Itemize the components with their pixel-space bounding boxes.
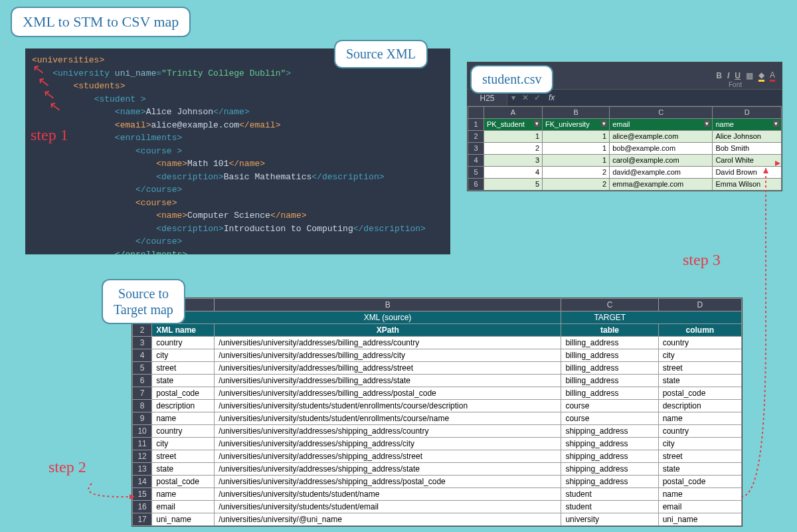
fx-label[interactable]: fx [543,93,560,102]
stm-cell[interactable]: /universities/university/addresses/billi… [215,387,561,400]
stm-rowhead[interactable]: 9 [133,412,152,425]
cell-ref-dropdown-icon[interactable]: ▾ [507,93,519,102]
stm-rowhead[interactable]: 14 [133,476,152,488]
csv-cell[interactable]: 2 [543,179,610,191]
csv-header[interactable]: name [713,119,782,131]
stm-rowhead[interactable]: 2 [133,324,152,337]
stm-cell[interactable]: billing_address [561,387,658,400]
stm-cell[interactable]: /universities/university/addresses/shipp… [215,438,561,450]
stm-rowhead[interactable]: 8 [133,400,152,412]
stm-cell[interactable]: shipping_address [561,463,658,476]
stm-cell[interactable]: billing_address [561,375,658,387]
stm-cell[interactable]: /universities/university/addresses/billi… [215,349,561,362]
stm-cell[interactable]: state [658,375,741,387]
stm-rowhead[interactable]: 10 [133,425,152,438]
stm-cell[interactable]: postal_code [658,476,741,488]
row-head[interactable]: 6 [468,179,484,191]
stm-cell[interactable]: /universities/university/addresses/shipp… [215,476,561,488]
csv-cell[interactable]: 5 [484,179,543,191]
row-head-1[interactable]: 1 [468,119,484,131]
formula-accept-icon[interactable]: ✓ [531,93,543,102]
stm-rowhead[interactable]: 4 [133,349,152,362]
stm-rowhead[interactable]: 3 [133,337,152,349]
stm-cell[interactable]: name [658,488,741,501]
stm-cell[interactable]: city [658,438,741,450]
stm-cell[interactable]: course [561,412,658,425]
stm-cell[interactable]: /universities/university/addresses/shipp… [215,463,561,476]
csv-cell[interactable]: 1 [543,155,610,167]
csv-cell[interactable]: David Brown [713,167,782,179]
stm-cell[interactable]: city [152,349,215,362]
stm-cell[interactable]: street [152,362,215,375]
stm-cell[interactable]: street [658,362,741,375]
csv-cell[interactable]: carol@example.com [610,155,713,167]
stm-cell[interactable]: postal_code [658,387,741,400]
stm-cell[interactable]: uni_name [152,513,215,526]
stm-rowhead[interactable]: 13 [133,463,152,476]
stm-cell[interactable]: city [658,349,741,362]
csv-cell[interactable]: Emma Wilson [713,179,782,191]
fill-color-icon[interactable]: ◆ [758,70,764,82]
csv-cell[interactable]: bob@example.com [610,143,713,155]
csv-cell[interactable]: 1 [484,131,543,143]
stm-cell[interactable]: uni_name [658,513,741,526]
italic-icon[interactable]: I [727,71,729,80]
csv-cell[interactable]: Bob Smith [713,143,782,155]
csv-cell[interactable]: david@example.com [610,167,713,179]
stm-cell[interactable]: billing_address [561,362,658,375]
stm-rowhead[interactable]: 5 [133,362,152,375]
csv-header[interactable]: FK_university [543,119,610,131]
stm-rowhead[interactable]: 11 [133,438,152,450]
stm-colhead-D[interactable]: D [658,299,741,311]
stm-cell[interactable]: country [658,425,741,438]
stm-colhead-B[interactable]: B [215,299,561,311]
stm-cell[interactable]: name [658,412,741,425]
stm-cell[interactable]: description [658,400,741,412]
font-color-icon[interactable]: A [770,70,775,82]
col-head-A[interactable]: A [484,107,543,119]
stm-cell[interactable]: /universities/university/addresses/shipp… [215,450,561,463]
stm-cell[interactable]: name [152,412,215,425]
row-head[interactable]: 2 [468,131,484,143]
stm-cell[interactable]: billing_address [561,337,658,349]
stm-rowhead[interactable]: 15 [133,488,152,501]
csv-cell[interactable]: emma@example.com [610,179,713,191]
csv-cell[interactable]: alice@example.com [610,131,713,143]
csv-header[interactable]: email [610,119,713,131]
row-head[interactable]: 5 [468,167,484,179]
stm-cell[interactable]: email [152,501,215,513]
csv-cell[interactable]: Alice Johnson [713,131,782,143]
csv-cell[interactable]: 2 [484,143,543,155]
stm-cell[interactable]: postal_code [152,387,215,400]
csv-cell[interactable]: 1 [543,143,610,155]
stm-rowhead[interactable]: 6 [133,375,152,387]
stm-cell[interactable]: shipping_address [561,438,658,450]
col-head-C[interactable]: C [610,107,713,119]
stm-cell[interactable]: shipping_address [561,476,658,488]
stm-cell[interactable]: /universities/university/addresses/billi… [215,362,561,375]
stm-rowhead[interactable]: 7 [133,387,152,400]
stm-cell[interactable]: /universities/university/addresses/shipp… [215,425,561,438]
csv-header[interactable]: PK_student [484,119,543,131]
csv-cell[interactable]: Carol White [713,155,782,167]
bold-icon[interactable]: B [716,71,722,80]
stm-cell[interactable]: /universities/university/students/studen… [215,400,561,412]
stm-cell[interactable]: /universities/university/addresses/billi… [215,375,561,387]
stm-cell[interactable]: student [561,488,658,501]
csv-cell[interactable]: 1 [543,131,610,143]
stm-cell[interactable]: country [152,337,215,349]
stm-cell[interactable]: description [152,400,215,412]
stm-cell[interactable]: name [152,488,215,501]
border-icon[interactable]: ▦ [746,71,753,80]
stm-cell[interactable]: street [152,450,215,463]
row-head[interactable]: 4 [468,155,484,167]
stm-cell[interactable]: street [658,450,741,463]
stm-rowhead[interactable]: 16 [133,501,152,513]
select-all-corner[interactable] [468,107,484,119]
csv-cell[interactable]: 4 [484,167,543,179]
stm-cell[interactable]: /universities/university/students/studen… [215,488,561,501]
formula-cancel-icon[interactable]: ✕ [519,93,531,102]
stm-cell[interactable]: state [152,463,215,476]
stm-cell[interactable]: state [658,463,741,476]
csv-cell[interactable]: 2 [543,167,610,179]
